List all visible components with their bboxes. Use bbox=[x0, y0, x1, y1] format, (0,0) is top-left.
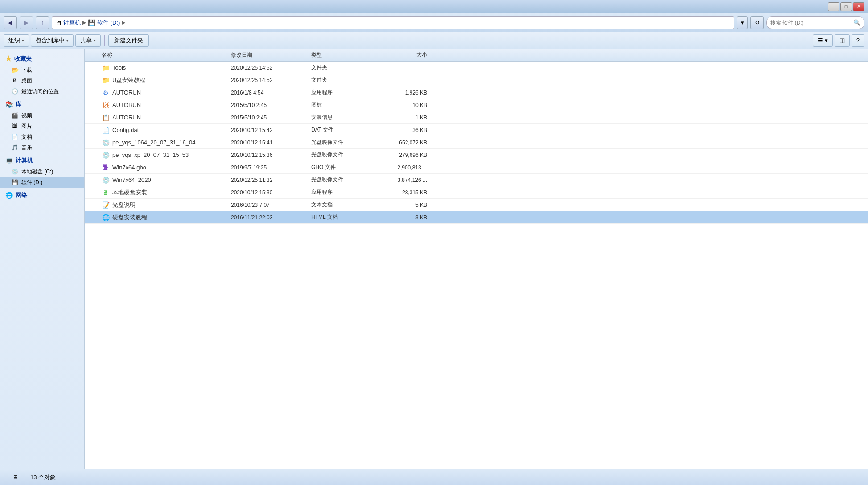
sidebar-library-header[interactable]: 📚 库 bbox=[0, 99, 84, 110]
table-row[interactable]: 📋 AUTORUN 2015/5/10 2:45 安装信息 1 KB bbox=[85, 111, 868, 124]
back-button[interactable]: ◀ bbox=[4, 16, 17, 29]
file-name: AUTORUN bbox=[112, 102, 141, 108]
up-button[interactable]: ↑ bbox=[36, 16, 49, 29]
computer-label: 计算机 bbox=[16, 156, 33, 164]
file-list-header: 名称 修改日期 类型 大小 bbox=[85, 49, 868, 62]
sidebar-item-downloads[interactable]: 📂 下载 bbox=[0, 65, 84, 75]
toolbar: 组织 ▾ 包含到库中 ▾ 共享 ▾ 新建文件夹 ☰ ▾ ◫ ? bbox=[0, 32, 868, 49]
file-type: GHO 文件 bbox=[311, 164, 383, 171]
file-icon: 📄 bbox=[102, 126, 110, 134]
col-header-date[interactable]: 修改日期 bbox=[231, 51, 311, 59]
file-name: 本地硬盘安装 bbox=[112, 189, 147, 197]
sidebar-item-local-c[interactable]: 💿 本地磁盘 (C:) bbox=[0, 166, 84, 177]
file-size: 1 KB bbox=[383, 115, 436, 121]
share-button[interactable]: 共享 ▾ bbox=[75, 34, 101, 47]
file-type: 光盘映像文件 bbox=[311, 151, 383, 159]
view-controls: ☰ ▾ ◫ ? bbox=[813, 34, 864, 47]
help-button[interactable]: ? bbox=[852, 34, 864, 47]
organize-button[interactable]: 组织 ▾ bbox=[4, 34, 29, 47]
file-name: Win7x64_2020 bbox=[112, 177, 151, 183]
file-name-cell: 💿 pe_yqs_1064_20_07_31_16_04 bbox=[88, 139, 231, 147]
file-name: 光盘说明 bbox=[112, 201, 136, 209]
table-row[interactable]: 📁 U盘安装教程 2020/12/25 14:52 文件夹 bbox=[85, 74, 868, 86]
sidebar-favorites-header[interactable]: ★ 收藏夹 bbox=[0, 53, 84, 65]
share-arrow: ▾ bbox=[94, 38, 96, 43]
table-row[interactable]: 🖼 AUTORUN 2015/5/10 2:45 图标 10 KB bbox=[85, 99, 868, 111]
table-row[interactable]: 🖥 本地硬盘安装 2020/10/12 15:30 应用程序 28,315 KB bbox=[85, 186, 868, 199]
file-name-cell: 📄 Config.dat bbox=[88, 126, 231, 134]
sidebar-network-header[interactable]: 🌐 网络 bbox=[0, 189, 84, 201]
table-row[interactable]: 📁 Tools 2020/12/25 14:52 文件夹 bbox=[85, 62, 868, 74]
address-bar: ◀ ▶ ↑ 🖥 计算机 ▶ 💾 软件 (D:) ▶ ▾ ↻ 🔍 bbox=[0, 13, 868, 32]
sidebar-item-music[interactable]: 🎵 音乐 bbox=[0, 142, 84, 153]
search-input[interactable] bbox=[770, 20, 852, 26]
recent-label: 最近访问的位置 bbox=[21, 88, 59, 95]
view-button[interactable]: ☰ ▾ bbox=[813, 34, 833, 47]
file-date: 2020/12/25 14:52 bbox=[231, 77, 311, 83]
sidebar-computer-header[interactable]: 💻 计算机 bbox=[0, 155, 84, 166]
file-name-cell: 📁 U盘安装教程 bbox=[88, 76, 231, 84]
close-button[interactable]: ✕ bbox=[853, 2, 864, 11]
breadcrumb[interactable]: 🖥 计算机 ▶ 💾 软件 (D:) ▶ bbox=[52, 16, 734, 29]
include-library-button[interactable]: 包含到库中 ▾ bbox=[31, 34, 74, 47]
breadcrumb-computer[interactable]: 计算机 bbox=[63, 19, 81, 27]
sidebar-item-desktop[interactable]: 🖥 桌面 bbox=[0, 75, 84, 86]
search-bar[interactable]: 🔍 bbox=[766, 16, 864, 29]
share-label: 共享 bbox=[80, 37, 92, 45]
sidebar-item-images[interactable]: 🖼 图片 bbox=[0, 121, 84, 132]
file-name: pe_yqs_xp_20_07_31_15_53 bbox=[112, 152, 189, 158]
file-date: 2016/10/23 7:07 bbox=[231, 202, 311, 208]
address-dropdown[interactable]: ▾ bbox=[737, 16, 748, 29]
breadcrumb-sep-2: ▶ bbox=[122, 20, 125, 25]
music-icon: 🎵 bbox=[11, 144, 19, 152]
file-name-cell: 📝 光盘说明 bbox=[88, 201, 231, 209]
table-row[interactable]: 💿 Win7x64_2020 2020/12/25 11:32 光盘映像文件 3… bbox=[85, 174, 868, 186]
new-folder-label: 新建文件夹 bbox=[114, 37, 143, 45]
refresh-button[interactable]: ↻ bbox=[750, 16, 764, 29]
sidebar: ★ 收藏夹 📂 下载 🖥 桌面 🕒 最近访问的位置 📚 库 bbox=[0, 49, 85, 469]
table-row[interactable]: 💿 pe_yqs_xp_20_07_31_15_53 2020/10/12 15… bbox=[85, 149, 868, 161]
col-header-size[interactable]: 大小 bbox=[383, 51, 436, 59]
video-icon: 🎬 bbox=[11, 111, 19, 119]
file-name-cell: ⚙ AUTORUN bbox=[88, 89, 231, 97]
table-row[interactable]: 📄 Config.dat 2020/10/12 15:42 DAT 文件 36 … bbox=[85, 124, 868, 136]
sidebar-item-recent[interactable]: 🕒 最近访问的位置 bbox=[0, 86, 84, 97]
file-name: pe_yqs_1064_20_07_31_16_04 bbox=[112, 139, 196, 146]
file-icon: ⚙ bbox=[102, 89, 110, 97]
table-row[interactable]: ⚙ AUTORUN 2016/1/8 4:54 应用程序 1,926 KB bbox=[85, 86, 868, 99]
file-rows-container: 📁 Tools 2020/12/25 14:52 文件夹 📁 U盘安装教程 20… bbox=[85, 62, 868, 224]
forward-button[interactable]: ▶ bbox=[20, 16, 33, 29]
file-size: 1,926 KB bbox=[383, 90, 436, 96]
maximize-button[interactable]: □ bbox=[840, 2, 852, 11]
sidebar-item-video[interactable]: 🎬 视频 bbox=[0, 110, 84, 121]
file-name-cell: 🖥 本地硬盘安装 bbox=[88, 189, 231, 197]
include-library-label: 包含到库中 bbox=[36, 37, 65, 45]
table-row[interactable]: 📝 光盘说明 2016/10/23 7:07 文本文档 5 KB bbox=[85, 199, 868, 211]
docs-icon: 📄 bbox=[11, 133, 19, 141]
col-header-name[interactable]: 名称 bbox=[88, 51, 231, 59]
downloads-label: 下载 bbox=[21, 66, 32, 74]
file-date: 2019/9/7 19:25 bbox=[231, 164, 311, 171]
table-row[interactable]: 🗜 Win7x64.gho 2019/9/7 19:25 GHO 文件 2,90… bbox=[85, 161, 868, 174]
sidebar-item-software-d[interactable]: 💾 软件 (D:) bbox=[0, 177, 84, 188]
file-name-cell: 🌐 硬盘安装教程 bbox=[88, 214, 231, 222]
file-name-cell: 🖼 AUTORUN bbox=[88, 101, 231, 109]
file-name: Tools bbox=[112, 64, 126, 71]
table-row[interactable]: 💿 pe_yqs_1064_20_07_31_16_04 2020/10/12 … bbox=[85, 136, 868, 149]
file-date: 2020/12/25 11:32 bbox=[231, 177, 311, 183]
new-folder-button[interactable]: 新建文件夹 bbox=[108, 34, 149, 47]
file-type: 文件夹 bbox=[311, 64, 383, 71]
organize-label: 组织 bbox=[8, 37, 20, 45]
sidebar-item-docs[interactable]: 📄 文档 bbox=[0, 132, 84, 142]
table-row[interactable]: 🌐 硬盘安装教程 2016/11/21 22:03 HTML 文档 3 KB bbox=[85, 211, 868, 224]
file-type: 图标 bbox=[311, 101, 383, 109]
preview-button[interactable]: ◫ bbox=[835, 34, 850, 47]
file-name: AUTORUN bbox=[112, 114, 141, 121]
minimize-button[interactable]: ─ bbox=[828, 2, 839, 11]
file-date: 2016/11/21 22:03 bbox=[231, 214, 311, 221]
file-name-cell: 📁 Tools bbox=[88, 64, 231, 72]
desktop-label: 桌面 bbox=[21, 77, 32, 85]
breadcrumb-drive[interactable]: 软件 (D:) bbox=[97, 19, 120, 27]
file-name: Config.dat bbox=[112, 127, 139, 133]
col-header-type[interactable]: 类型 bbox=[311, 51, 383, 59]
